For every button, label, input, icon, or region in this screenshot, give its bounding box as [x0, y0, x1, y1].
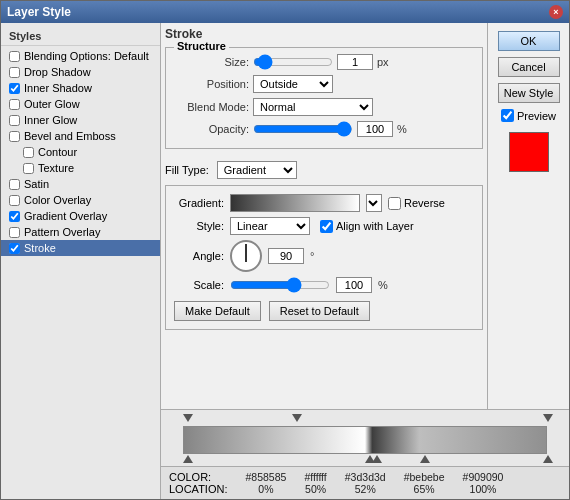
layer-item-checkbox[interactable]: [9, 131, 20, 142]
layer-item[interactable]: Blending Options: Default: [1, 48, 160, 64]
size-slider[interactable]: [253, 55, 333, 69]
layer-item-checkbox[interactable]: [23, 163, 34, 174]
style-dropdown[interactable]: Linear Radial Angle Reflected Diamond: [230, 217, 310, 235]
blend-mode-label: Blend Mode:: [174, 101, 249, 113]
reset-default-button[interactable]: Reset to Default: [269, 301, 370, 321]
layer-item[interactable]: Gradient Overlay: [1, 208, 160, 224]
new-style-button[interactable]: New Style: [498, 83, 560, 103]
angle-dial[interactable]: [230, 240, 262, 272]
color-stop-col: #8585850%: [245, 471, 286, 495]
close-button[interactable]: ×: [549, 5, 563, 19]
gradient-large-bar[interactable]: [183, 426, 547, 454]
color-stop-location: 52%: [355, 483, 376, 495]
color-stop-col: #bebebe65%: [404, 471, 445, 495]
layer-item[interactable]: Pattern Overlay: [1, 224, 160, 240]
gradient-stops-section: [161, 409, 569, 466]
preview-label: Preview: [517, 110, 556, 122]
preview-swatch: [509, 132, 549, 172]
angle-input[interactable]: [268, 248, 304, 264]
layer-item-checkbox[interactable]: [9, 67, 20, 78]
opacity-row: Opacity: %: [174, 121, 474, 137]
layer-item[interactable]: Texture: [1, 160, 160, 176]
layer-item[interactable]: Bevel and Emboss: [1, 128, 160, 144]
layer-item[interactable]: Drop Shadow: [1, 64, 160, 80]
size-input[interactable]: [337, 54, 373, 70]
color-stop-col: #909090100%: [463, 471, 504, 495]
blend-mode-dropdown[interactable]: Normal Multiply Screen: [253, 98, 373, 116]
layer-item[interactable]: Color Overlay: [1, 192, 160, 208]
scale-slider[interactable]: [230, 278, 330, 292]
fill-type-dropdown[interactable]: Color Gradient Pattern: [217, 161, 297, 179]
color-stop-color: #ffffff: [304, 471, 326, 483]
stop-handle-top-0[interactable]: [183, 414, 193, 423]
ok-button[interactable]: OK: [498, 31, 560, 51]
layer-item[interactable]: Contour: [1, 144, 160, 160]
center-area: Stroke Structure Size: px: [161, 23, 569, 499]
layer-item[interactable]: Inner Glow: [1, 112, 160, 128]
gradient-arrow[interactable]: ▼: [366, 194, 382, 212]
stop-handle-top-1[interactable]: [292, 414, 302, 423]
color-stop-color: #858585: [245, 471, 286, 483]
color-row-label: COLOR:: [169, 471, 227, 483]
layer-item-checkbox[interactable]: [9, 243, 20, 254]
scale-label: Scale:: [174, 279, 224, 291]
layer-item-checkbox[interactable]: [9, 115, 20, 126]
gradient-label: Gradient:: [174, 197, 224, 209]
labels-col: COLOR: LOCATION:: [169, 471, 227, 495]
stop-handle-bottom-2[interactable]: [372, 454, 382, 463]
gradient-section: Gradient: ▼ Reverse Style:: [165, 185, 483, 330]
gradient-bar[interactable]: [230, 194, 360, 212]
color-stop-color: #909090: [463, 471, 504, 483]
layer-items-list: Blending Options: DefaultDrop ShadowInne…: [1, 48, 160, 256]
layer-item-checkbox[interactable]: [9, 227, 20, 238]
reverse-checkbox[interactable]: [388, 197, 401, 210]
style-label: Style:: [174, 220, 224, 232]
stop-handle-bottom-0[interactable]: [183, 454, 193, 463]
angle-row: Angle: °: [174, 240, 474, 272]
color-stop-location: 100%: [470, 483, 497, 495]
layer-item-label: Blending Options: Default: [24, 50, 149, 62]
color-stop-location: 0%: [258, 483, 273, 495]
layer-item-label: Bevel and Emboss: [24, 130, 116, 142]
layer-item-label: Inner Glow: [24, 114, 77, 126]
scale-input[interactable]: [336, 277, 372, 293]
layer-item-checkbox[interactable]: [9, 195, 20, 206]
layer-item-checkbox[interactable]: [9, 179, 20, 190]
size-unit: px: [377, 56, 389, 68]
opacity-label: Opacity:: [174, 123, 249, 135]
layer-item-label: Contour: [38, 146, 77, 158]
align-layer-label: Align with Layer: [320, 220, 414, 233]
top-handles-row: [183, 414, 547, 426]
color-stop-location: 50%: [305, 483, 326, 495]
layer-item-checkbox[interactable]: [9, 83, 20, 94]
layer-item[interactable]: Stroke: [1, 240, 160, 256]
reverse-label: Reverse: [388, 197, 445, 210]
make-default-button[interactable]: Make Default: [174, 301, 261, 321]
preview-checkbox[interactable]: [501, 109, 514, 122]
layer-item[interactable]: Outer Glow: [1, 96, 160, 112]
layer-item[interactable]: Inner Shadow: [1, 80, 160, 96]
scale-row: Scale: %: [174, 277, 474, 293]
stop-handle-bottom-3[interactable]: [420, 454, 430, 463]
stop-handle-top-2[interactable]: [543, 414, 553, 423]
cancel-button[interactable]: Cancel: [498, 57, 560, 77]
opacity-slider[interactable]: [253, 122, 353, 136]
layer-item-checkbox[interactable]: [9, 51, 20, 62]
stop-handle-bottom-4[interactable]: [543, 454, 553, 463]
dialog-right: OK Cancel New Style Preview: [487, 23, 569, 409]
align-layer-checkbox[interactable]: [320, 220, 333, 233]
color-stop-col: #ffffff50%: [304, 471, 326, 495]
scale-unit: %: [378, 279, 388, 291]
position-label: Position:: [174, 78, 249, 90]
style-row: Style: Linear Radial Angle Reflected Dia…: [174, 217, 474, 235]
fill-type-row: Fill Type: Color Gradient Pattern: [165, 157, 483, 179]
opacity-input[interactable]: [357, 121, 393, 137]
opacity-unit: %: [397, 123, 407, 135]
position-dropdown[interactable]: Outside Inside Center: [253, 75, 333, 93]
color-stop-col: #3d3d3d52%: [345, 471, 386, 495]
layer-item-checkbox[interactable]: [9, 99, 20, 110]
styles-header: Styles: [1, 27, 160, 46]
layer-item[interactable]: Satin: [1, 176, 160, 192]
layer-item-checkbox[interactable]: [9, 211, 20, 222]
layer-item-checkbox[interactable]: [23, 147, 34, 158]
